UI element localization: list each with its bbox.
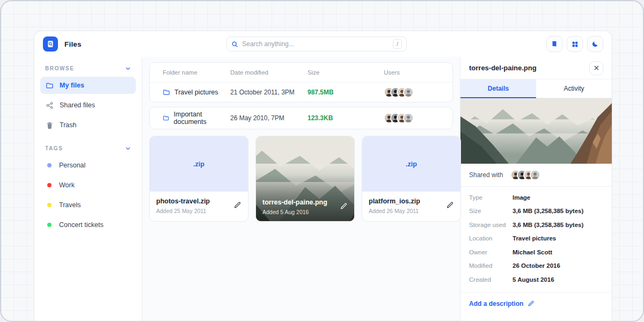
file-added-date: Added 25 May 2011 [156, 208, 241, 214]
desktop-background: Files / [0, 0, 644, 322]
chevron-down-icon [125, 65, 131, 71]
browse-label: BROWSE [45, 65, 75, 71]
tag-item-travels[interactable]: Travels [40, 196, 136, 214]
detail-key: Owner [469, 249, 513, 255]
sidebar-item-shared-files[interactable]: Shared files [40, 97, 136, 114]
folder-size: 123.3KB [308, 114, 384, 122]
detail-key: Created [469, 276, 513, 283]
files-app-window: Files / [34, 31, 612, 321]
sidebar-item-trash[interactable]: Trash [40, 116, 136, 134]
detail-key: Location [469, 235, 513, 241]
detail-row-modified: Modified 26 October 2016 [469, 259, 603, 273]
shared-with-row: Shared with [460, 164, 612, 187]
browse-section-header[interactable]: BROWSE [40, 64, 136, 77]
share-icon [46, 101, 54, 109]
search-input[interactable] [242, 40, 389, 48]
bookmark-button[interactable] [546, 36, 562, 52]
main-layout: BROWSE My files Shared fi [34, 57, 612, 321]
file-cards-row: .zip photos-travel.zip Added 25 May 2011 [149, 136, 453, 222]
folder-size: 987.5MB [308, 89, 384, 96]
tab-details[interactable]: Details [460, 79, 536, 98]
detail-row-location: Location Travel pictures [469, 232, 603, 246]
grid-view-button[interactable] [567, 36, 583, 52]
detail-key: Size [469, 208, 513, 214]
tag-label: Concert tickets [59, 221, 104, 229]
tag-label: Personal [59, 162, 85, 169]
search-icon [231, 41, 238, 48]
panel-tabs: Details Activity [460, 79, 612, 98]
users-avatar-group [384, 113, 440, 123]
avatar [530, 170, 540, 180]
search-shortcut-badge: / [393, 39, 402, 49]
folder-name: Travel pictures [174, 89, 218, 96]
details-panel: torres-del-paine.png Details Activity S [460, 57, 612, 321]
zip-extension-label: .zip [406, 160, 417, 168]
close-button[interactable] [589, 61, 603, 75]
detail-row-owner: Owner Michael Scott [469, 245, 603, 259]
file-added-date: Added 5 Aug 2016 [262, 209, 348, 215]
add-description-label: Add a description [469, 300, 523, 308]
pencil-icon [233, 201, 241, 209]
panel-header: torres-del-paine.png [460, 57, 612, 79]
detail-row-size: Size 3,6 MB (3,258,385 bytes) [469, 204, 603, 218]
folder-name: Important documents [174, 111, 230, 126]
detail-value: 3,6 MB (3,258,385 bytes) [513, 222, 583, 228]
table-row-important-documents[interactable]: Important documents 26 May 2010, 7PM 123… [150, 107, 452, 129]
detail-value: Michael Scott [513, 249, 552, 255]
content-area: Folder name Date modified Size Users Tra… [142, 57, 460, 321]
tag-dot [47, 163, 52, 167]
tab-activity[interactable]: Activity [536, 79, 612, 98]
date-modified: 21 October 2011, 3PM [230, 89, 308, 96]
search-bar[interactable]: / [226, 36, 407, 52]
column-header-users: Users [384, 69, 440, 76]
folder-icon [46, 82, 54, 90]
add-description-button[interactable]: Add a description [460, 292, 612, 315]
close-icon [594, 65, 599, 71]
pencil-icon [528, 300, 535, 307]
detail-value: 26 October 2016 [513, 262, 560, 269]
sidebar-item-label: My files [60, 82, 84, 89]
table-row-travel-pictures[interactable]: Travel pictures 21 October 2011, 3PM 987… [150, 83, 452, 102]
sidebar: BROWSE My files Shared fi [34, 57, 142, 321]
folder-icon [163, 114, 170, 122]
pencil-icon [340, 202, 348, 210]
tag-item-personal[interactable]: Personal [40, 157, 136, 174]
detail-key: Storage used [469, 222, 513, 228]
panel-title: torres-del-paine.png [469, 64, 537, 72]
detail-value: 3,6 MB (3,258,385 bytes) [513, 208, 583, 214]
file-card-torres-del-paine-png[interactable]: torres-del-paine.png Added 5 Aug 2016 [255, 136, 355, 222]
moon-icon [591, 40, 599, 48]
tag-label: Travels [59, 201, 81, 209]
table-header-row: Folder name Date modified Size Users [150, 63, 452, 83]
shared-with-label: Shared with [469, 171, 503, 179]
zip-preview: .zip [362, 136, 460, 192]
folder-table-row-card: Important documents 26 May 2010, 7PM 123… [149, 107, 453, 129]
tag-item-concert-tickets[interactable]: Concert tickets [40, 216, 136, 233]
tags-section-header[interactable]: TAGS [40, 144, 136, 157]
app-logo-icon[interactable] [43, 36, 58, 52]
file-added-date: Added 26 May 2011 [369, 208, 454, 214]
tag-dot [47, 183, 52, 187]
file-name: photos-travel.zip [156, 197, 241, 205]
tag-item-work[interactable]: Work [40, 177, 136, 194]
file-card-platform-ios-zip[interactable]: .zip platform_ios.zip Added 26 May 2011 [362, 136, 461, 222]
edit-button[interactable] [446, 201, 454, 211]
folder-table: Folder name Date modified Size Users Tra… [149, 62, 453, 103]
sidebar-item-my-files[interactable]: My files [40, 77, 136, 94]
app-title: Files [64, 40, 82, 48]
file-card-photos-travel-zip[interactable]: .zip photos-travel.zip Added 25 May 2011 [149, 136, 248, 222]
dark-mode-button[interactable] [587, 36, 603, 52]
column-header-folder-name: Folder name [163, 69, 230, 76]
trash-icon [46, 121, 54, 129]
edit-button[interactable] [340, 202, 348, 212]
detail-key: Modified [469, 262, 513, 269]
detail-key: Type [469, 194, 513, 201]
pencil-icon [446, 201, 454, 209]
folder-icon [163, 89, 170, 96]
edit-button[interactable] [233, 201, 241, 211]
chevron-down-icon [125, 145, 131, 151]
date-modified: 26 May 2010, 7PM [230, 114, 308, 122]
avatar [403, 87, 414, 98]
tag-label: Work [59, 181, 75, 189]
file-preview-image [460, 98, 612, 164]
